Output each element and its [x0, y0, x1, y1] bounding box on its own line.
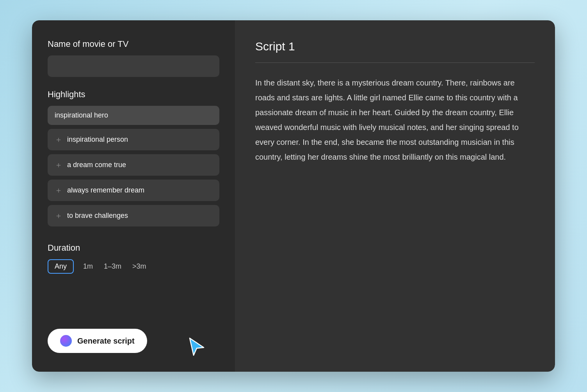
left-panel: Name of movie or TV Highlights inspirati… [32, 20, 235, 372]
duration-1m[interactable]: 1m [82, 260, 94, 273]
script-content: In the distant sky, there is a mysteriou… [255, 75, 535, 164]
script-title: Script 1 [255, 40, 535, 53]
plus-icon: ＋ [55, 134, 62, 145]
highlight-label: inspirational hero [55, 111, 108, 119]
generate-btn-label: Generate script [77, 337, 135, 346]
highlight-label: inspirational person [67, 135, 128, 144]
highlight-label: a dream come true [67, 161, 126, 169]
duration-section: Duration Any 1m 1–3m >3m [48, 243, 219, 274]
plus-icon: ＋ [55, 160, 62, 170]
duration-options: Any 1m 1–3m >3m [48, 259, 219, 274]
highlight-tag-always-remember-dream[interactable]: ＋ always remember dream [48, 180, 219, 201]
generate-icon [60, 335, 72, 347]
highlight-tag-inspirational-hero[interactable]: inspirational hero [48, 106, 219, 125]
movie-input[interactable] [48, 55, 219, 77]
movie-label: Name of movie or TV [48, 39, 219, 49]
generate-btn-wrapper: Generate script [48, 329, 219, 353]
divider [255, 62, 535, 63]
main-container: Name of movie or TV Highlights inspirati… [32, 20, 555, 372]
duration-any[interactable]: Any [48, 259, 74, 274]
plus-icon: ＋ [55, 210, 62, 221]
highlight-tag-a-dream-come-true[interactable]: ＋ a dream come true [48, 154, 219, 176]
duration-label: Duration [48, 243, 219, 253]
highlight-tag-inspirational-person[interactable]: ＋ inspirational person [48, 129, 219, 150]
duration-1-3m[interactable]: 1–3m [102, 260, 123, 273]
highlight-tag-to-brave-challenges[interactable]: ＋ to brave challenges [48, 205, 219, 226]
highlight-label: always remember dream [67, 186, 144, 194]
plus-icon: ＋ [55, 185, 62, 196]
generate-script-button[interactable]: Generate script [48, 329, 147, 353]
highlights-section: Highlights inspirational hero ＋ inspirat… [48, 89, 219, 230]
highlights-label: Highlights [48, 89, 219, 100]
cursor-icon [188, 337, 205, 358]
right-panel: Script 1 In the distant sky, there is a … [235, 20, 555, 372]
duration-3m-plus[interactable]: >3m [131, 260, 148, 273]
highlight-label: to brave challenges [67, 212, 128, 220]
